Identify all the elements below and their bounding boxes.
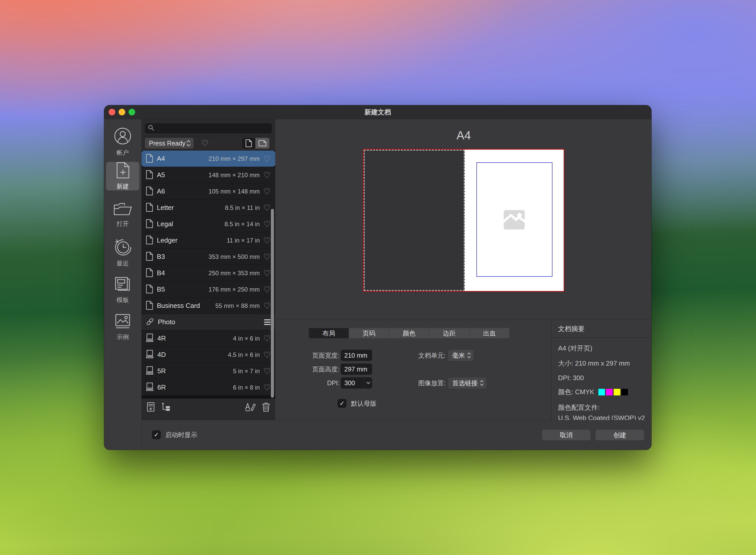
preset-list: A4 210 mm × 297 mm ♡ A5 148 mm × 210 mm … (142, 151, 275, 398)
preset-name: 4D (157, 351, 228, 359)
preset-size: 176 mm × 250 mm (209, 286, 260, 293)
preset-row[interactable]: A4 210 mm × 297 mm ♡ (142, 151, 275, 167)
tab-bleed[interactable]: 出血 (470, 328, 509, 338)
preset-heading: A4 (363, 128, 564, 142)
page-icon (146, 203, 153, 213)
color-swatch (598, 389, 605, 395)
sidebar-item-new[interactable]: 新建 (106, 162, 139, 190)
tab-page-numbers[interactable]: 页码 (349, 328, 389, 338)
favorite-heart-icon[interactable]: ♡ (263, 269, 271, 277)
favorite-heart-icon[interactable]: ♡ (263, 367, 271, 375)
sidebar-item-templates[interactable]: 模板 (106, 276, 139, 305)
category-label: Press Ready (145, 140, 186, 147)
document-units-popup[interactable]: 毫米 (448, 350, 474, 361)
image-placement-popup[interactable]: 首选链接 (448, 377, 486, 389)
preset-row[interactable]: Legal 8.5 in × 14 in ♡ (142, 216, 275, 232)
page-width-field[interactable]: 210 mm (341, 350, 372, 361)
sidebar-item-samples[interactable]: 示例 (106, 313, 139, 342)
sidebar-item-label: 示例 (116, 333, 129, 341)
preset-row[interactable]: 4D 4.5 in × 6 in ♡ (142, 347, 275, 363)
scrollbar-thumb[interactable] (271, 209, 274, 398)
add-preset-button[interactable] (146, 402, 155, 413)
default-master-checkline: ✓ 默认母版 (338, 399, 376, 408)
favorite-heart-icon[interactable]: ♡ (263, 237, 271, 245)
preset-row[interactable]: A5 148 mm × 210 mm ♡ (142, 167, 275, 183)
cancel-button[interactable]: 取消 (542, 430, 590, 440)
favorite-heart-icon[interactable]: ♡ (263, 204, 271, 212)
dpi-combo[interactable]: 300 (341, 377, 372, 389)
preset-size: 55 mm × 88 mm (215, 302, 259, 309)
tab-color[interactable]: 颜色 (389, 328, 429, 338)
preset-name: A4 (157, 155, 209, 163)
preset-row[interactable]: B5 176 mm × 250 mm ♡ (142, 281, 275, 297)
preset-size: 6 in × 8 in (233, 384, 260, 391)
tab-layout[interactable]: 布局 (309, 328, 349, 338)
page-icon (146, 236, 153, 246)
favorite-heart-icon[interactable]: ♡ (263, 253, 271, 261)
favorite-heart-icon[interactable]: ♡ (263, 351, 271, 359)
sidebar-item-account[interactable]: 帐户 (106, 128, 139, 157)
category-dropdown[interactable]: Press Ready (145, 138, 194, 148)
preset-row[interactable]: Ledger 11 in × 17 in ♡ (142, 232, 275, 248)
rename-preset-button[interactable] (245, 402, 256, 413)
section-menu-icon[interactable] (264, 319, 271, 325)
sidebar-item-label: 帐户 (116, 148, 129, 157)
favorite-heart-icon[interactable]: ♡ (263, 383, 271, 392)
preset-size: 250 mm × 353 mm (209, 269, 260, 277)
document-summary-panel: 文档摘要 A4 (对开页) 大小: 210 mm x 297 mm DPI: 3… (551, 320, 651, 420)
page-icon (146, 285, 153, 295)
preset-row[interactable]: 6R 6 in × 8 in ♡ (142, 379, 275, 395)
preset-row[interactable]: Photo (142, 314, 275, 330)
single-page-toggle[interactable] (242, 138, 255, 148)
preset-row[interactable]: 5R 5 in × 7 in ♡ (142, 363, 275, 379)
main-area: A4 (275, 119, 651, 420)
favorites-filter-icon[interactable]: ♡ (201, 139, 209, 147)
summary-profile-label: 颜色配置文件: (558, 403, 651, 412)
chevron-down-icon (365, 381, 372, 384)
preset-size: 5 in × 7 in (233, 368, 260, 375)
favorite-heart-icon[interactable]: ♡ (263, 302, 271, 310)
titlebar[interactable]: 新建文档 (104, 105, 651, 119)
summary-color: 颜色: CMYK (558, 388, 651, 396)
facing-pages-toggle[interactable] (255, 138, 269, 148)
new-document-dialog: 新建文档 帐户 新建 (104, 105, 651, 450)
document-units-label: 文档单元: (396, 350, 445, 361)
sidebar-item-recent[interactable]: 最近 (106, 239, 139, 267)
page-icon (146, 268, 153, 278)
default-master-checkbox[interactable]: ✓ (338, 399, 346, 408)
preset-row[interactable]: Letter 8.5 in × 11 in ♡ (142, 200, 275, 216)
sidebar-item-open[interactable]: 打开 (106, 201, 139, 229)
preset-row[interactable]: B4 250 mm × 353 mm ♡ (142, 265, 275, 281)
page-icon (146, 219, 153, 229)
favorite-heart-icon[interactable]: ♡ (263, 187, 271, 196)
preset-row[interactable]: A6 105 mm × 148 mm ♡ (142, 183, 275, 199)
tab-margins[interactable]: 边距 (429, 328, 469, 338)
delete-preset-button[interactable] (262, 402, 271, 413)
favorite-heart-icon[interactable]: ♡ (263, 286, 271, 294)
favorite-heart-icon[interactable]: ♡ (263, 155, 271, 163)
page-height-field[interactable]: 297 mm (341, 364, 372, 375)
create-button[interactable]: 创建 (596, 430, 644, 440)
photo-print-icon (146, 333, 154, 344)
preset-name: A6 (157, 187, 209, 195)
preset-row[interactable]: 4R 4 in × 6 in ♡ (142, 330, 275, 346)
favorite-heart-icon[interactable]: ♡ (263, 334, 271, 343)
link-icon (146, 317, 154, 327)
color-swatch (614, 389, 620, 395)
show-on-startup-checkline: ✓ 启动时显示 (152, 430, 197, 439)
preset-row[interactable]: Business Card 55 mm × 88 mm ♡ (142, 298, 275, 314)
show-on-startup-checkbox[interactable]: ✓ (152, 430, 161, 439)
summary-title: 文档摘要 (558, 325, 651, 333)
preset-size: 8.5 in × 11 in (225, 204, 259, 211)
layout-settings: 布局 页码 颜色 边距 出血 页面宽度: 210 mm 页面高度: 297 mm… (275, 320, 551, 420)
favorite-heart-icon[interactable]: ♡ (263, 220, 271, 228)
search-input[interactable] (145, 123, 272, 133)
preset-name: Business Card (157, 302, 215, 310)
favorite-heart-icon[interactable]: ♡ (263, 171, 271, 179)
landscape-page-icon (258, 140, 267, 146)
summary-size: 大小: 210 mm x 297 mm (558, 359, 651, 368)
nav-sidebar: 帐户 新建 打开 最近 (104, 119, 142, 450)
add-category-button[interactable] (161, 402, 171, 413)
page-spread-preview (363, 149, 564, 292)
preset-row[interactable]: B3 353 mm × 500 mm ♡ (142, 249, 275, 265)
